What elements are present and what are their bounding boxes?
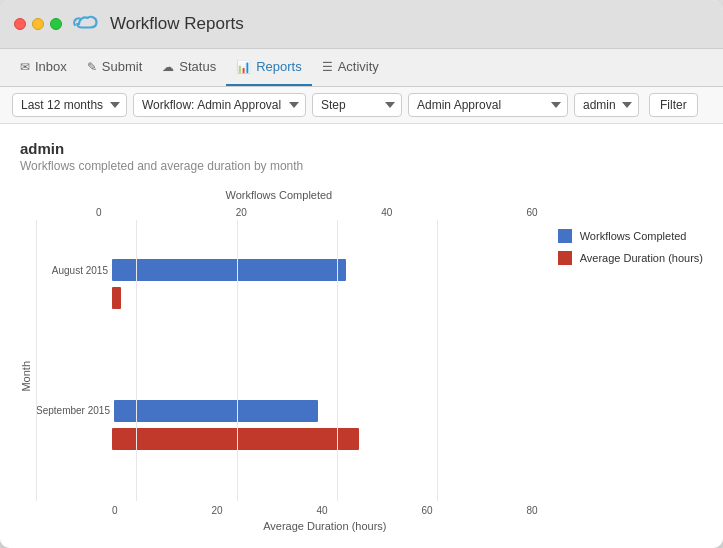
navbar: ✉ Inbox ✎ Submit ☁ Status 📊 Reports ☰ Ac… (0, 49, 723, 87)
nav-inbox-label: Inbox (35, 59, 67, 74)
grid-line-4 (437, 220, 537, 501)
maximize-button[interactable] (50, 18, 62, 30)
report-title: admin (20, 140, 703, 157)
grid-line-0 (36, 220, 136, 501)
nav-inbox[interactable]: ✉ Inbox (10, 49, 77, 86)
bottom-tick-20: 20 (211, 505, 222, 516)
titlebar: Workflow Reports (0, 0, 723, 49)
approval-select[interactable]: Admin Approval (408, 93, 568, 117)
nav-status-label: Status (179, 59, 216, 74)
chart-container: Workflows Completed 0 20 40 60 Month (20, 189, 538, 532)
legend-item-completed: Workflows Completed (558, 229, 703, 243)
app-logo (72, 10, 100, 38)
time-range-select[interactable]: Last 12 months (12, 93, 127, 117)
grid-line-1 (136, 220, 236, 501)
chart-area: Workflows Completed 0 20 40 60 Month (20, 189, 703, 532)
filter-button[interactable]: Filter (649, 93, 698, 117)
legend-color-completed (558, 229, 572, 243)
nav-submit-label: Submit (102, 59, 142, 74)
step-select[interactable]: Step (312, 93, 402, 117)
top-tick-0: 0 (96, 207, 102, 218)
legend-label-completed: Workflows Completed (580, 230, 687, 242)
app-window: Workflow Reports ✉ Inbox ✎ Submit ☁ Stat… (0, 0, 723, 548)
nav-submit[interactable]: ✎ Submit (77, 49, 152, 86)
chart-legend: Workflows Completed Average Duration (ho… (558, 189, 703, 532)
top-tick-20: 20 (236, 207, 247, 218)
report-subtitle: Workflows completed and average duration… (20, 159, 703, 173)
nav-reports[interactable]: 📊 Reports (226, 49, 312, 86)
user-select[interactable]: admin (574, 93, 639, 117)
top-tick-40: 40 (381, 207, 392, 218)
inbox-icon: ✉ (20, 60, 30, 74)
nav-activity-label: Activity (338, 59, 379, 74)
nav-reports-label: Reports (256, 59, 302, 74)
grid-line-3 (337, 220, 437, 501)
nav-activity[interactable]: ☰ Activity (312, 49, 389, 86)
y-axis-label: Month (20, 361, 32, 392)
traffic-lights (14, 18, 62, 30)
grid-lines (36, 220, 538, 501)
legend-item-duration: Average Duration (hours) (558, 251, 703, 265)
nav-status[interactable]: ☁ Status (152, 49, 226, 86)
x-axis-label: Average Duration (hours) (36, 520, 538, 532)
minimize-button[interactable] (32, 18, 44, 30)
main-content: admin Workflows completed and average du… (0, 124, 723, 548)
bottom-tick-0: 0 (112, 505, 118, 516)
bars-area: August 2015 (36, 220, 538, 501)
activity-icon: ☰ (322, 60, 333, 74)
bottom-tick-80: 80 (527, 505, 538, 516)
status-icon: ☁ (162, 60, 174, 74)
window-title: Workflow Reports (110, 14, 244, 34)
top-tick-60: 60 (527, 207, 538, 218)
grid-line-2 (237, 220, 337, 501)
chart-inner: August 2015 (36, 220, 538, 532)
bottom-tick-60: 60 (422, 505, 433, 516)
reports-icon: 📊 (236, 60, 251, 74)
submit-icon: ✎ (87, 60, 97, 74)
top-axis-label: Workflows Completed (20, 189, 538, 201)
legend-color-duration (558, 251, 572, 265)
chart-body: Month (20, 220, 538, 532)
workflow-select[interactable]: Workflow: Admin Approval (133, 93, 306, 117)
filter-bar: Last 12 months Workflow: Admin Approval … (0, 87, 723, 124)
bottom-tick-40: 40 (317, 505, 328, 516)
legend-label-duration: Average Duration (hours) (580, 252, 703, 264)
close-button[interactable] (14, 18, 26, 30)
